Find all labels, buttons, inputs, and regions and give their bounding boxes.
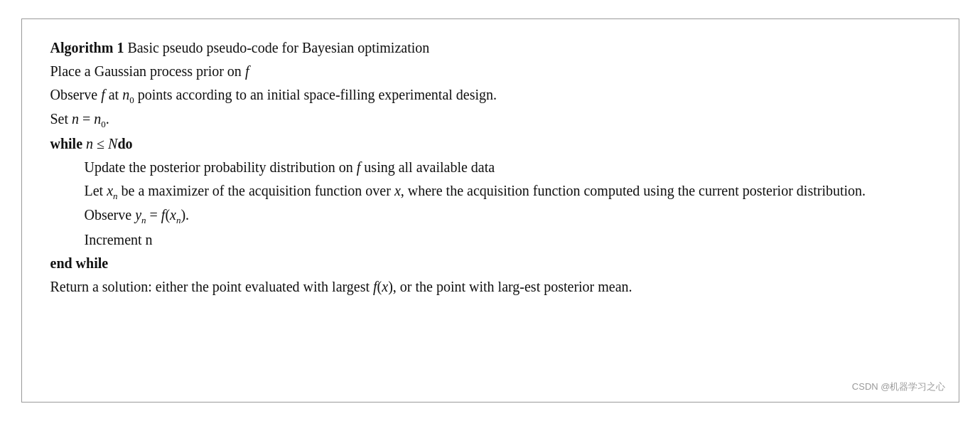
- keyword-do: do: [117, 136, 132, 151]
- var-n: n: [72, 111, 79, 127]
- keyword-end-while: end while: [50, 255, 109, 271]
- sub-0: 0: [129, 95, 134, 105]
- algorithm-title-bold: Algorithm 1: [50, 40, 124, 55]
- var-f-1: f: [245, 63, 249, 79]
- line-1: Place a Gaussian process prior on f: [50, 60, 930, 83]
- keyword-while: while: [50, 136, 83, 151]
- var-x-2: x: [382, 279, 388, 294]
- var-fx: f: [373, 279, 377, 294]
- var-n0-2: n: [94, 111, 101, 127]
- line-let: Let xn be a maximizer of the acquisition…: [50, 179, 930, 203]
- var-n0: n: [122, 87, 129, 102]
- sub-n-2: n: [141, 215, 146, 225]
- var-n-2: n: [86, 136, 93, 151]
- var-x: x: [394, 183, 401, 198]
- line-update: Update the posterior probability distrib…: [50, 156, 930, 179]
- var-xn: xn: [107, 183, 117, 198]
- line-return: Return a solution: either the point eval…: [50, 275, 930, 299]
- sub-n-3: n: [176, 215, 181, 225]
- line-end-while: end while: [50, 252, 930, 275]
- var-f-4: f: [161, 207, 166, 223]
- algorithm-title: Algorithm 1 Basic pseudo pseudo-code for…: [50, 36, 930, 60]
- algorithm-title-rest: Basic pseudo pseudo-code for Bayesian op…: [127, 40, 429, 55]
- sub-n-1: n: [113, 191, 118, 201]
- sub-0-2: 0: [101, 119, 106, 129]
- line-while: while n ≤ Ndo: [50, 132, 930, 156]
- line-2: Observe f at n0 points according to an i…: [50, 83, 930, 107]
- var-yn: yn: [135, 207, 146, 223]
- watermark: CSDN @机器学习之心: [852, 380, 946, 393]
- var-f-3: f: [357, 159, 361, 175]
- var-N: N: [108, 136, 117, 151]
- var-f-2: f: [101, 87, 105, 102]
- var-xn-2: xn: [170, 207, 181, 223]
- line-increment: Increment n: [50, 228, 930, 252]
- algorithm-box: Algorithm 1 Basic pseudo pseudo-code for…: [21, 18, 959, 403]
- line-observe: Observe yn = f(xn).: [50, 203, 930, 228]
- line-3: Set n = n0.: [50, 107, 930, 132]
